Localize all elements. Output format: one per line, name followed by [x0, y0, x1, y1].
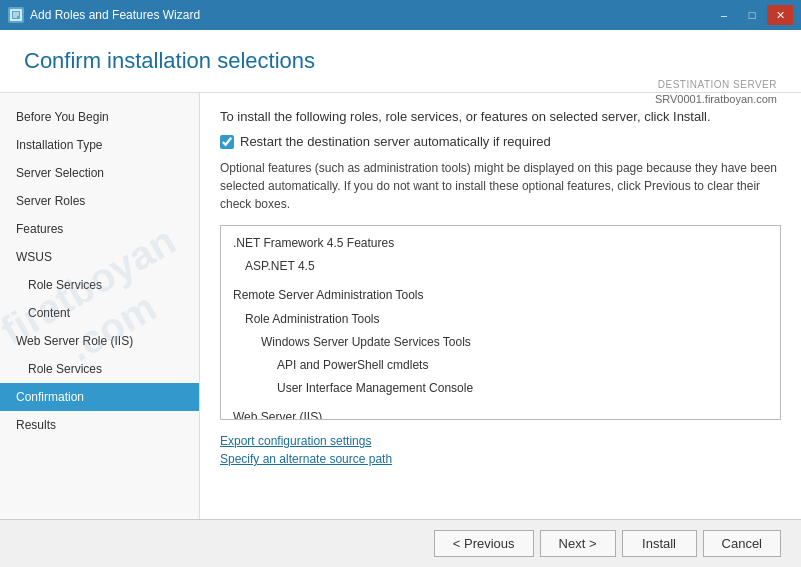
sidebar-item-results[interactable]: Results	[0, 411, 199, 439]
destination-server-info: DESTINATION SERVER SRV0001.firatboyan.co…	[655, 78, 777, 107]
main-panel: To install the following roles, role ser…	[200, 93, 801, 519]
minimize-button[interactable]: –	[711, 5, 737, 25]
install-button[interactable]: Install	[622, 530, 697, 557]
feature-role-admin: Role Administration Tools	[225, 308, 776, 331]
wizard-icon	[8, 7, 24, 23]
feature-aspnet: ASP.NET 4.5	[225, 255, 776, 278]
sidebar-item-features[interactable]: Features	[0, 215, 199, 243]
restart-checkbox-label[interactable]: Restart the destination server automatic…	[240, 134, 551, 149]
header: Confirm installation selections DESTINAT…	[0, 30, 801, 93]
next-button[interactable]: Next >	[540, 530, 616, 557]
cancel-button[interactable]: Cancel	[703, 530, 781, 557]
sidebar-item-server-selection[interactable]: Server Selection	[0, 159, 199, 187]
maximize-button[interactable]: □	[739, 5, 765, 25]
sidebar-item-installation-type[interactable]: Installation Type	[0, 131, 199, 159]
close-button[interactable]: ✕	[767, 5, 793, 25]
restart-checkbox[interactable]	[220, 135, 234, 149]
destination-server-label: DESTINATION SERVER	[655, 78, 777, 92]
page-title: Confirm installation selections	[24, 48, 777, 74]
source-link[interactable]: Specify an alternate source path	[220, 452, 781, 466]
restart-checkbox-row: Restart the destination server automatic…	[220, 134, 781, 149]
sidebar-item-before-you-begin[interactable]: Before You Begin	[0, 103, 199, 131]
sidebar-item-role-services-iis[interactable]: Role Services	[0, 355, 199, 383]
feature-ui-mgmt: User Interface Management Console	[225, 377, 776, 400]
feature-net-framework: .NET Framework 4.5 Features	[225, 232, 776, 255]
optional-text: Optional features (such as administratio…	[220, 159, 781, 213]
sidebar-item-server-roles[interactable]: Server Roles	[0, 187, 199, 215]
sidebar-item-confirmation[interactable]: Confirmation	[0, 383, 199, 411]
feature-wsus-tools: Windows Server Update Services Tools	[225, 331, 776, 354]
features-list: .NET Framework 4.5 Features ASP.NET 4.5 …	[220, 225, 781, 420]
content-area: firatboyan.com Before You Begin Installa…	[0, 93, 801, 519]
destination-server-name: SRV0001.firatboyan.com	[655, 92, 777, 107]
main-window: Confirm installation selections DESTINAT…	[0, 30, 801, 567]
sidebar-item-role-services-wsus[interactable]: Role Services	[0, 271, 199, 299]
instruction-text: To install the following roles, role ser…	[220, 109, 781, 124]
title-bar-title: Add Roles and Features Wizard	[30, 8, 200, 22]
sidebar: firatboyan.com Before You Begin Installa…	[0, 93, 200, 519]
title-bar: Add Roles and Features Wizard – □ ✕	[0, 0, 801, 30]
feature-rsat: Remote Server Administration Tools	[225, 284, 776, 307]
previous-button[interactable]: < Previous	[434, 530, 534, 557]
feature-api-ps: API and PowerShell cmdlets	[225, 354, 776, 377]
footer: < Previous Next > Install Cancel	[0, 519, 801, 567]
sidebar-item-web-server-role[interactable]: Web Server Role (IIS)	[0, 327, 199, 355]
sidebar-item-wsus[interactable]: WSUS	[0, 243, 199, 271]
sidebar-item-content[interactable]: Content	[0, 299, 199, 327]
feature-web-server: Web Server (IIS)	[225, 406, 776, 420]
title-bar-left: Add Roles and Features Wizard	[8, 7, 200, 23]
title-bar-controls: – □ ✕	[711, 5, 793, 25]
export-link[interactable]: Export configuration settings	[220, 434, 781, 448]
